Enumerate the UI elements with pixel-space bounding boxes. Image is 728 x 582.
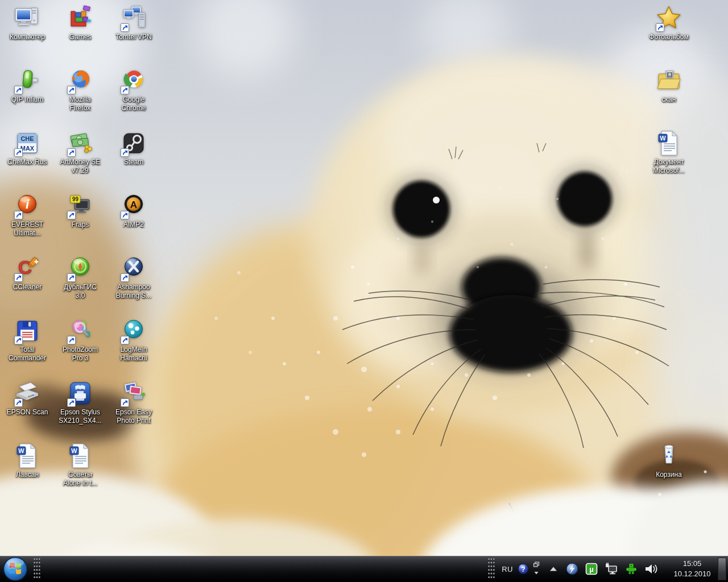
desktop-icon-word-lavsan[interactable]: Лавсан	[1, 442, 54, 479]
system-tray: RU ?	[483, 556, 728, 582]
desktop-icon-epson-easy-print[interactable]: Epson Easy Photo Print	[107, 380, 160, 425]
windows-orb-icon	[3, 556, 28, 581]
qip-icon	[14, 67, 41, 94]
word-document-icon	[67, 442, 94, 469]
desktop-icon-label: EVEREST Ultimat...	[1, 221, 54, 238]
tray-network-icon[interactable]	[604, 562, 619, 576]
desktop-icon-chrome[interactable]: Google Chrome	[107, 67, 160, 113]
desktop-icon-aimp2[interactable]: A AIMP2	[107, 192, 160, 229]
help-icon: ?	[517, 563, 530, 575]
desktop-icon-artmoney[interactable]: ArtMoney SE v7.29	[53, 130, 107, 175]
screen: Компьютер Games Tomtel VPN	[0, 0, 728, 582]
clock[interactable]: 15:05 10.12.2010	[670, 559, 714, 579]
desktop-icon-label: Google Chrome	[107, 95, 160, 113]
tray-qip-messenger-icon[interactable]	[624, 562, 638, 576]
ccleaner-icon: C	[14, 255, 41, 282]
tray-utorrent-icon[interactable]: µ	[585, 562, 598, 576]
tray-volume-icon[interactable]	[644, 562, 659, 576]
desktop-icon-label: Документ Microsof...	[642, 158, 696, 175]
chrome-icon	[120, 67, 147, 94]
desktop-icon-recycle-bin[interactable]: Корзина	[642, 442, 696, 479]
desktop-icon-label: скан	[642, 95, 696, 104]
desktop-icon-dublgis[interactable]: ДубльГИС 3.0	[53, 255, 107, 300]
desktop-icon-label: ArtMoney SE v7.29	[53, 158, 107, 175]
desktop-icon-steam[interactable]: Steam	[107, 130, 160, 167]
desktop-icon-label: Tomtel VPN	[107, 33, 160, 41]
show-hidden-icons-button[interactable]	[548, 563, 559, 575]
language-help-button[interactable]: ?	[517, 563, 530, 575]
desktop-icon-epson-stylus[interactable]: Epson Stylus SX210_SX4...	[53, 380, 107, 425]
desktop-icon-ashampoo[interactable]: Ashampoo Burning S...	[107, 255, 160, 300]
desktop-icon-label: Fraps	[53, 221, 107, 229]
desktop-icon-label: CheMax Rus	[1, 158, 54, 167]
chevron-up-icon	[548, 563, 559, 575]
photo-print-icon	[120, 380, 147, 407]
desktop-icon-label: LogMeIn Hamachi	[107, 346, 160, 363]
taskbar: RU ?	[0, 556, 728, 582]
desktop-icon-label: Steam	[107, 158, 160, 167]
desktop-icon-photozoom[interactable]: 3 PhotoZoom Pro 3	[53, 317, 107, 363]
desktop-icon-label: EPSON Scan	[1, 408, 54, 417]
language-indicator[interactable]: RU	[502, 565, 513, 573]
desktop-icon-tomtel-vpn[interactable]: Tomtel VPN	[107, 5, 160, 41]
speaker-icon	[644, 562, 659, 576]
games-icon	[67, 5, 94, 32]
firefox-icon	[67, 67, 94, 94]
clock-date: 10.12.2010	[670, 569, 714, 579]
printer-driver-icon	[67, 380, 94, 407]
utorrent-icon: µ	[585, 562, 598, 576]
everest-icon: i	[14, 192, 41, 219]
desktop-icon-label: Mozilla Firefox	[53, 95, 107, 113]
desktop-icon-computer[interactable]: Компьютер	[1, 5, 54, 41]
desktop-icon-label: Фотоальбом	[642, 33, 696, 41]
desktop-icon-photo-album[interactable]: Фотоальбом	[642, 5, 696, 41]
restore-and-chevron-icon	[532, 560, 541, 577]
start-button[interactable]	[2, 556, 28, 582]
network-connection-icon	[604, 562, 619, 576]
desktop-icon-label: Games	[53, 33, 107, 41]
star-icon	[655, 5, 682, 32]
desktop-icon-ccleaner[interactable]: C CCleaner	[1, 255, 54, 292]
tray-daemon-tools-icon[interactable]	[565, 562, 579, 576]
desktop-icon-hamachi[interactable]: LogMeIn Hamachi	[107, 317, 160, 363]
recycle-bin-icon	[655, 442, 682, 469]
svg-text:3: 3	[86, 329, 90, 339]
desktop-icon-label: Ashampoo Burning S...	[107, 283, 160, 300]
svg-text:A: A	[130, 199, 137, 210]
desktop-icon-label: PhotoZoom Pro 3	[53, 346, 107, 363]
dublgis-icon	[67, 255, 94, 282]
steam-icon	[120, 130, 147, 157]
desktop-icon-qip-infium[interactable]: QIP Infium	[1, 67, 54, 104]
svg-text:CHE: CHE	[20, 135, 34, 142]
photozoom-icon: 3	[67, 317, 94, 344]
desktop-icon-label: Компьютер	[1, 33, 54, 41]
desktop-icon-scan-folder[interactable]: скан	[642, 67, 696, 104]
tray-toolbar-grip[interactable]	[488, 558, 495, 580]
desktop-icon-label: Total Commander	[1, 346, 54, 363]
clock-time: 15:05	[670, 559, 714, 569]
desktop-icon-firefox[interactable]: Mozilla Firefox	[53, 67, 107, 113]
desktop-icon-everest[interactable]: i EVEREST Ultimat...	[1, 192, 54, 238]
desktop-icon-total-commander[interactable]: Total Commander	[1, 317, 54, 363]
scanner-icon	[14, 380, 41, 407]
desktop-icon-label: Epson Stylus SX210_SX4...	[53, 408, 107, 425]
desktop: Компьютер Games Tomtel VPN	[0, 0, 728, 556]
desktop-icon-games[interactable]: Games	[53, 5, 107, 41]
desktop-icon-epson-scan[interactable]: EPSON Scan	[1, 380, 54, 417]
desktop-icon-fraps[interactable]: 99 Fraps	[53, 192, 107, 229]
desktop-icon-word-document[interactable]: Документ Microsof...	[642, 130, 696, 175]
taskbar-edge-strip	[718, 558, 726, 580]
svg-text:99: 99	[72, 196, 79, 202]
svg-text:µ: µ	[589, 565, 594, 573]
quick-launch-grip[interactable]	[34, 558, 41, 580]
svg-text:i: i	[26, 197, 30, 211]
vpn-computers-icon	[120, 5, 147, 32]
desktop-icon-word-sovety[interactable]: Советы Alone in t...	[53, 442, 107, 488]
desktop-icon-chemax[interactable]: CHE MAX CheMax Rus	[1, 130, 54, 167]
language-bar-options-buttons[interactable]	[532, 560, 541, 577]
fraps-icon: 99	[67, 192, 94, 219]
green-robot-icon	[624, 562, 638, 576]
lightning-disc-icon	[565, 562, 579, 576]
desktop-icon-label: ДубльГИС 3.0	[53, 283, 107, 300]
computer-icon	[14, 5, 41, 32]
